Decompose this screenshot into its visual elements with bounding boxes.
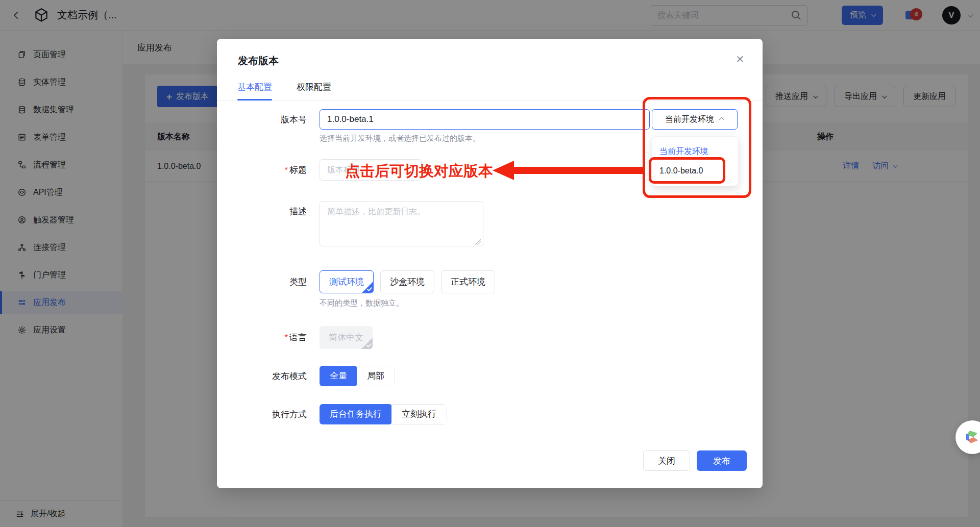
form-row-publish-mode: 发布模式 全量 局部 [217, 366, 763, 386]
version-input[interactable] [320, 109, 650, 130]
env-dropdown-menu: 当前开发环境 1.0.0-beta.0 [652, 136, 739, 186]
form-row-version: 版本号 当前开发环境 [217, 109, 763, 130]
type-option-production[interactable]: 正式环境 [441, 270, 495, 293]
mode-option-full[interactable]: 全量 [320, 366, 357, 386]
env-select-value: 当前开发环境 [665, 114, 714, 125]
tab-permission-config[interactable]: 权限配置 [297, 81, 331, 100]
exec-mode-segment: 后台任务执行 立刻执行 [320, 404, 447, 424]
type-option-sandbox[interactable]: 沙盒环境 [380, 270, 434, 293]
publish-mode-segment: 全量 局部 [320, 366, 395, 386]
env-option-beta0[interactable]: 1.0.0-beta.0 [652, 161, 738, 181]
language-option-zh: 简体中文 [320, 326, 373, 349]
type-option-label: 沙盒环境 [390, 277, 425, 287]
publish-mode-label: 发布模式 [217, 370, 307, 382]
language-value: 简体中文 [329, 333, 363, 342]
type-label: 类型 [217, 276, 307, 288]
tab-basic-config[interactable]: 基本配置 [237, 81, 272, 100]
close-button[interactable]: 关闭 [643, 450, 690, 471]
type-option-label: 正式环境 [451, 277, 485, 287]
title-input[interactable] [320, 159, 422, 181]
publish-version-modal: 发布版本 ✕ 基本配置 权限配置 版本号 当前开发环境 选择当前开发环境，或者选… [217, 39, 763, 488]
form-row-exec-mode: 执行方式 后台任务执行 立刻执行 [217, 404, 763, 424]
version-label: 版本号 [217, 114, 307, 126]
language-label: 语言 [217, 332, 307, 343]
description-textarea[interactable] [320, 201, 483, 246]
form-row-type: 类型 测试环境 沙盒环境 正式环境 [217, 270, 763, 293]
type-help-text: 不同的类型，数据独立。 [320, 298, 763, 308]
exec-option-background[interactable]: 后台任务执行 [320, 404, 392, 424]
publish-button[interactable]: 发布 [697, 450, 747, 471]
env-select[interactable]: 当前开发环境 [652, 109, 738, 130]
exec-option-immediate[interactable]: 立刻执行 [391, 405, 447, 424]
form-row-language: 语言 简体中文 [217, 326, 763, 349]
modal-footer: 关闭 发布 [217, 450, 763, 471]
form-row-description: 描述 [217, 201, 763, 248]
title-label: 标题 [217, 164, 307, 176]
type-option-label: 测试环境 [329, 277, 364, 287]
description-label: 描述 [217, 201, 307, 217]
env-option-current[interactable]: 当前开发环境 [652, 142, 738, 161]
description-wrap [320, 201, 483, 248]
chevron-up-icon [719, 117, 724, 123]
exec-mode-label: 执行方式 [217, 409, 307, 420]
modal-title: 发布版本 [217, 39, 763, 68]
close-icon[interactable]: ✕ [733, 52, 747, 66]
modal-tabs: 基本配置 权限配置 [217, 81, 763, 101]
brand-logo-icon [963, 428, 980, 446]
mode-option-partial[interactable]: 局部 [357, 366, 395, 386]
type-option-test[interactable]: 测试环境 [320, 270, 374, 293]
resize-handle-icon[interactable] [475, 239, 481, 245]
